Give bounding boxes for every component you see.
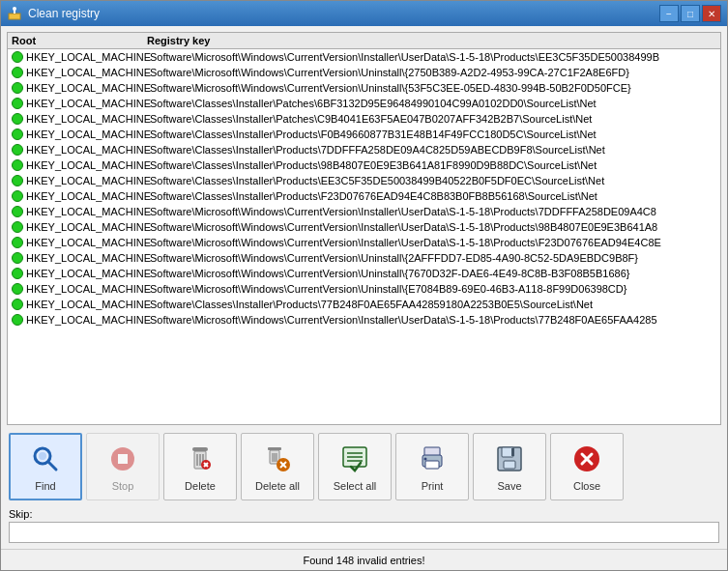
svg-rect-34 <box>504 461 515 469</box>
find-label: Find <box>35 480 55 492</box>
row-root: HKEY_LOCAL_MACHINE <box>26 113 150 125</box>
table-row[interactable]: HKEY_LOCAL_MACHINE Software\Microsoft\Wi… <box>8 235 720 250</box>
title-bar-controls: − □ ✕ <box>659 5 721 22</box>
save-button[interactable]: Save <box>473 433 546 500</box>
row-status-icon <box>12 113 23 125</box>
delete-icon <box>183 442 218 476</box>
row-root: HKEY_LOCAL_MACHINE <box>26 237 150 248</box>
row-status-icon <box>12 51 23 63</box>
row-root: HKEY_LOCAL_MACHINE <box>26 283 150 295</box>
table-row[interactable]: HKEY_LOCAL_MACHINE Software\Classes\Inst… <box>8 173 720 188</box>
row-root: HKEY_LOCAL_MACHINE <box>26 252 150 264</box>
row-key: Software\Classes\Installer\Products\98B4… <box>150 159 716 171</box>
skip-label: Skip: <box>9 508 719 520</box>
row-status-icon <box>12 237 23 248</box>
table-row[interactable]: HKEY_LOCAL_MACHINE Software\Classes\Inst… <box>8 157 720 173</box>
table-row[interactable]: HKEY_LOCAL_MACHINE Software\Microsoft\Wi… <box>8 312 720 328</box>
row-root: HKEY_LOCAL_MACHINE <box>26 221 150 233</box>
row-status-icon <box>12 283 23 295</box>
row-status-icon <box>12 299 23 310</box>
row-root: HKEY_LOCAL_MACHINE <box>26 314 150 326</box>
table-row[interactable]: HKEY_LOCAL_MACHINE Software\Microsoft\Wi… <box>8 204 720 219</box>
window-content: Root Registry key HKEY_LOCAL_MACHINE Sof… <box>1 26 727 549</box>
row-root: HKEY_LOCAL_MACHINE <box>26 268 150 279</box>
maximize-button[interactable]: □ <box>681 5 700 22</box>
table-row[interactable]: HKEY_LOCAL_MACHINE Software\Microsoft\Wi… <box>8 266 720 281</box>
delete-button[interactable]: Delete <box>163 433 237 500</box>
svg-rect-30 <box>425 461 439 469</box>
table-row[interactable]: HKEY_LOCAL_MACHINE Software\Microsoft\Wi… <box>8 219 720 235</box>
table-row[interactable]: HKEY_LOCAL_MACHINE Software\Classes\Inst… <box>8 188 720 204</box>
row-key: Software\Microsoft\Windows\CurrentVersio… <box>150 51 716 63</box>
print-icon <box>415 442 450 476</box>
table-row[interactable]: HKEY_LOCAL_MACHINE Software\Microsoft\Wi… <box>8 65 720 80</box>
row-root: HKEY_LOCAL_MACHINE <box>26 159 150 171</box>
skip-input[interactable] <box>9 522 719 543</box>
svg-point-5 <box>39 452 46 460</box>
select-all-icon <box>337 442 372 476</box>
row-status-icon <box>12 268 23 279</box>
row-key: Software\Microsoft\Windows\CurrentVersio… <box>150 67 716 78</box>
row-root: HKEY_LOCAL_MACHINE <box>26 67 150 78</box>
row-status-icon <box>12 98 23 109</box>
table-row[interactable]: HKEY_LOCAL_MACHINE Software\Microsoft\Wi… <box>8 281 720 297</box>
row-key: Software\Classes\Installer\Products\77B2… <box>150 299 716 310</box>
row-key: Software\Microsoft\Windows\CurrentVersio… <box>150 237 716 248</box>
row-key: Software\Classes\Installer\Products\EE3C… <box>150 175 716 186</box>
table-row[interactable]: HKEY_LOCAL_MACHINE Software\Microsoft\Wi… <box>8 250 720 266</box>
row-key: Software\Microsoft\Windows\CurrentVersio… <box>150 252 716 264</box>
row-key: Software\Microsoft\Windows\CurrentVersio… <box>150 206 716 217</box>
row-key: Software\Microsoft\Windows\CurrentVersio… <box>150 82 716 94</box>
save-icon <box>492 442 527 476</box>
window-title: Clean registry <box>28 7 100 20</box>
row-root: HKEY_LOCAL_MACHINE <box>26 299 150 310</box>
table-row[interactable]: HKEY_LOCAL_MACHINE Software\Classes\Inst… <box>8 142 720 157</box>
row-root: HKEY_LOCAL_MACHINE <box>26 144 150 156</box>
app-icon <box>7 6 22 21</box>
row-key: Software\Classes\Installer\Patches\6BF31… <box>150 98 716 109</box>
status-bar: Found 148 invalid entries! <box>1 549 727 570</box>
save-label: Save <box>497 480 521 492</box>
close-button[interactable]: Close <box>550 433 624 500</box>
find-button[interactable]: Find <box>9 433 82 500</box>
table-row[interactable]: HKEY_LOCAL_MACHINE Software\Classes\Inst… <box>8 96 720 111</box>
svg-rect-8 <box>192 447 208 451</box>
status-message: Found 148 invalid entries! <box>304 555 425 566</box>
stop-label: Stop <box>112 480 134 492</box>
row-status-icon <box>12 206 23 217</box>
row-status-icon <box>12 314 23 326</box>
row-status-icon <box>12 67 23 78</box>
row-status-icon <box>12 190 23 202</box>
print-label: Print <box>422 480 444 492</box>
row-key: Software\Classes\Installer\Products\7DDF… <box>150 144 716 156</box>
row-status-icon <box>12 175 23 186</box>
minimize-button[interactable]: − <box>659 5 679 22</box>
svg-point-2 <box>13 7 16 11</box>
stop-icon <box>105 442 140 476</box>
row-key: Software\Classes\Installer\Products\F0B4… <box>150 128 716 140</box>
select-all-button[interactable]: Select all <box>318 433 392 500</box>
toolbar: Find Stop Delete Delete <box>7 429 721 504</box>
table-row[interactable]: HKEY_LOCAL_MACHINE Software\Microsoft\Wi… <box>8 49 720 65</box>
table-row[interactable]: HKEY_LOCAL_MACHINE Software\Classes\Inst… <box>8 297 720 312</box>
table-row[interactable]: HKEY_LOCAL_MACHINE Software\Classes\Inst… <box>8 111 720 127</box>
print-button[interactable]: Print <box>395 433 469 500</box>
delete-all-button[interactable]: Delete all <box>241 433 314 500</box>
table-body[interactable]: HKEY_LOCAL_MACHINE Software\Microsoft\Wi… <box>8 49 720 424</box>
svg-rect-7 <box>118 454 128 464</box>
row-status-icon <box>12 82 23 94</box>
window-close-button[interactable]: ✕ <box>702 5 721 22</box>
table-header: Root Registry key <box>8 33 720 49</box>
row-root: HKEY_LOCAL_MACHINE <box>26 190 150 202</box>
row-status-icon <box>12 144 23 156</box>
delete-label: Delete <box>185 480 216 492</box>
row-root: HKEY_LOCAL_MACHINE <box>26 82 150 94</box>
row-status-icon <box>12 159 23 171</box>
row-root: HKEY_LOCAL_MACHINE <box>26 128 150 140</box>
row-key: Software\Microsoft\Windows\CurrentVersio… <box>150 283 716 295</box>
main-window: Clean registry − □ ✕ Root Registry key H… <box>0 0 728 571</box>
table-row[interactable]: HKEY_LOCAL_MACHINE Software\Classes\Inst… <box>8 127 720 142</box>
table-row[interactable]: HKEY_LOCAL_MACHINE Software\Microsoft\Wi… <box>8 80 720 96</box>
stop-button: Stop <box>86 433 160 500</box>
row-key: Software\Classes\Installer\Patches\C9B40… <box>150 113 716 125</box>
